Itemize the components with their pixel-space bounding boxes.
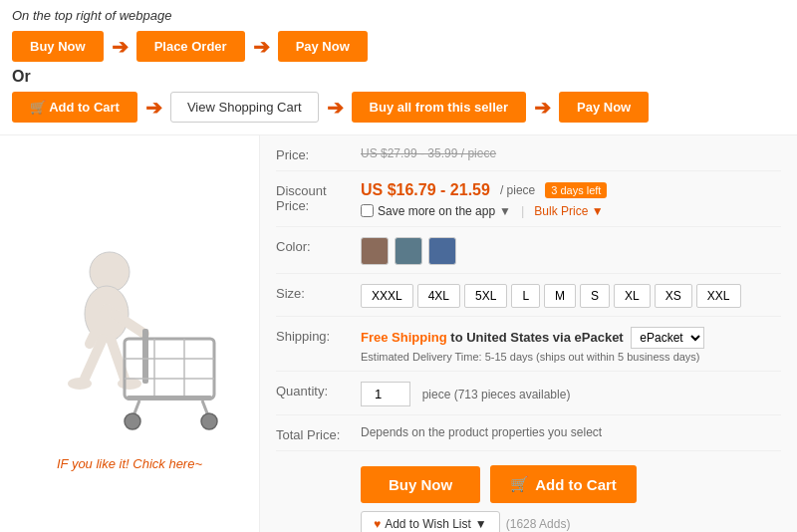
total-price-row: Total Price: Depends on the product prop… (276, 425, 781, 451)
cart-icon-main: 🛒 (510, 475, 529, 493)
shipping-method-select[interactable]: ePacket (631, 327, 704, 349)
buy-now-button-1[interactable]: Buy Now (12, 31, 104, 62)
size-button-m[interactable]: M (544, 284, 576, 308)
size-button-4xl[interactable]: 4XL (417, 284, 460, 308)
view-shopping-cart-button[interactable]: View Shopping Cart (170, 92, 319, 123)
save-more-dropdown-icon[interactable]: ▼ (499, 204, 511, 218)
or-text: Or (0, 66, 797, 88)
add-to-cart-label-main: Add to Cart (535, 476, 617, 493)
add-to-cart-button-flow[interactable]: 🛒 Add to Cart (12, 92, 137, 123)
total-price-value: Depends on the product properties you se… (361, 425, 781, 439)
cart-icon-flow: 🛒 (30, 100, 46, 115)
shipping-row: Shipping: Free Shipping to United States… (276, 327, 781, 372)
save-more-row: Save more on the app ▼ | Bulk Price ▼ (361, 203, 781, 218)
action-buttons: Buy Now 🛒 Add to Cart (361, 465, 781, 503)
bulk-price-dropdown-icon: ▼ (592, 204, 604, 218)
quantity-available: piece (713 pieces available) (422, 388, 571, 401)
price-row: Price: US $27.99 - 35.99 / piece (276, 145, 781, 171)
save-more-checkbox[interactable] (361, 204, 374, 217)
size-button-xxl[interactable]: XXL (696, 284, 741, 308)
product-area: IF you like it! Chick here~ Price: US $2… (0, 134, 797, 532)
size-buttons-col: XXXL4XL5XLLMSXLXSXXL (361, 284, 781, 308)
heart-icon: ♥ (374, 517, 381, 531)
product-image-col: IF you like it! Chick here~ (0, 135, 259, 532)
svg-rect-9 (125, 339, 214, 399)
color-swatches (361, 237, 781, 265)
bulk-price-button[interactable]: Bulk Price ▼ (534, 204, 603, 218)
price-value: US $27.99 - 35.99 / piece (361, 145, 781, 160)
size-button-5xl[interactable]: 5XL (464, 284, 507, 308)
color-row: Color: (276, 237, 781, 274)
buy-all-from-seller-button[interactable]: Buy all from this seller (352, 92, 526, 123)
arrow-4: ➔ (327, 96, 344, 120)
size-button-xxxl[interactable]: XXXL (361, 284, 413, 308)
discount-label: DiscountPrice: (276, 181, 361, 213)
svg-point-18 (201, 413, 217, 429)
arrow-1: ➔ (112, 35, 129, 59)
price-discount: US $16.79 - 21.59 (361, 181, 490, 199)
wish-list-label: Add to Wish List (385, 517, 471, 531)
pay-now-button-1[interactable]: Pay Now (278, 31, 368, 62)
flow-row-2: 🛒 Add to Cart ➔ View Shopping Cart ➔ Buy… (0, 88, 797, 127)
size-button-l[interactable]: L (511, 284, 540, 308)
svg-rect-14 (127, 396, 212, 400)
days-left-badge: 3 days left (545, 182, 607, 198)
save-more-check: Save more on the app ▼ (361, 204, 511, 218)
action-buttons-row: Buy Now 🛒 Add to Cart ♥ Add to Wish List… (276, 461, 781, 532)
discount-price-row: DiscountPrice: US $16.79 - 21.59 / piece… (276, 181, 781, 227)
wish-list-button[interactable]: ♥ Add to Wish List ▼ (361, 511, 500, 532)
quantity-value-col: 1 piece (713 pieces available) (361, 382, 781, 406)
top-instruction: On the top right of webpage (0, 0, 797, 27)
svg-point-17 (125, 413, 140, 429)
quantity-row: Quantity: 1 piece (713 pieces available) (276, 382, 781, 415)
svg-rect-8 (142, 329, 148, 384)
product-image (20, 229, 239, 448)
shipping-free-text: Free Shipping (361, 330, 447, 345)
size-button-xl[interactable]: XL (614, 284, 651, 308)
color-swatch-2[interactable] (395, 237, 422, 265)
adds-count: (1628 Adds) (506, 517, 571, 531)
quantity-input[interactable]: 1 (361, 382, 410, 406)
quantity-label: Quantity: (276, 382, 361, 399)
total-price-label: Total Price: (276, 425, 361, 442)
price-label: Price: (276, 145, 361, 162)
shipping-label: Shipping: (276, 327, 361, 344)
color-swatch-3[interactable] (428, 237, 456, 265)
bulk-price-label: Bulk Price (534, 204, 588, 218)
buy-now-button-main[interactable]: Buy Now (361, 466, 480, 503)
arrow-5: ➔ (534, 96, 551, 120)
arrow-2: ➔ (253, 35, 270, 59)
size-label: Size: (276, 284, 361, 301)
color-swatch-1[interactable] (361, 237, 389, 265)
flow-row-1: Buy Now ➔ Place Order ➔ Pay Now (0, 27, 797, 66)
add-to-cart-label-flow: Add to Cart (49, 100, 120, 115)
svg-line-5 (111, 339, 125, 379)
cart-figure-svg (25, 234, 234, 443)
pay-now-button-2[interactable]: Pay Now (559, 92, 649, 123)
svg-point-6 (68, 378, 92, 390)
price-original: US $27.99 - 35.99 / piece (361, 146, 496, 160)
save-more-label: Save more on the app (378, 204, 495, 218)
shipping-estimate: Estimated Delivery Time: 5-15 days (ship… (361, 351, 781, 363)
product-details: Price: US $27.99 - 35.99 / piece Discoun… (259, 135, 797, 532)
place-order-button[interactable]: Place Order (136, 31, 245, 62)
wish-list-row: ♥ Add to Wish List ▼ (1628 Adds) (361, 511, 781, 532)
discount-value-col: US $16.79 - 21.59 / piece 3 days left Sa… (361, 181, 781, 218)
size-button-xs[interactable]: XS (655, 284, 692, 308)
if-you-like-text: IF you like it! Chick here~ (57, 456, 202, 471)
arrow-3: ➔ (145, 96, 162, 120)
color-label: Color: (276, 237, 361, 254)
add-to-cart-button-main[interactable]: 🛒 Add to Cart (490, 465, 637, 503)
svg-point-7 (118, 378, 141, 390)
size-button-s[interactable]: S (580, 284, 610, 308)
per-piece: / piece (500, 183, 535, 197)
size-row: Size: XXXL4XL5XLLMSXLXSXXL (276, 284, 781, 317)
shipping-value: Free Shipping to United States via ePack… (361, 327, 781, 363)
shipping-via-text: to United States via ePacket (450, 330, 623, 345)
wish-list-dropdown-icon: ▼ (475, 517, 487, 531)
